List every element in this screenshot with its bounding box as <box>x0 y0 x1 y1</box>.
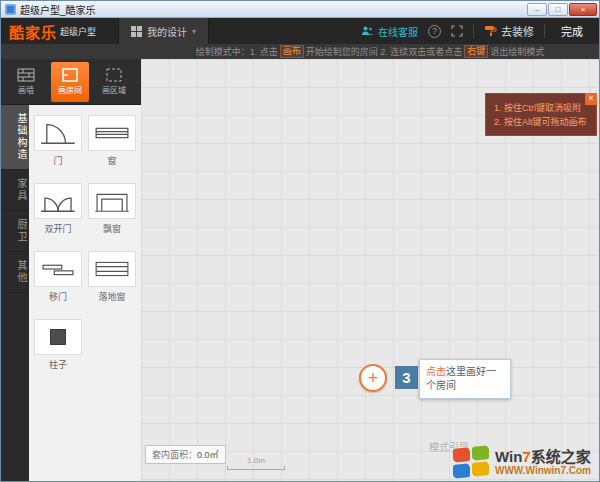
close-icon: × <box>581 5 586 14</box>
window-title: 超级户型_酷家乐 <box>20 2 96 17</box>
maximize-button[interactable]: □ <box>548 3 568 16</box>
item-label: 门 <box>53 154 62 167</box>
item-label: 窗 <box>107 154 116 167</box>
category-tab-basic[interactable]: 基础构造 <box>1 105 29 170</box>
left-sidebar: 画墙 画房间 画区域 基础构造 家具 厨卫 其他 <box>1 59 141 481</box>
watermark-title-prefix: Win <box>495 448 522 465</box>
hint-text: 退出绘制模式 <box>490 45 544 58</box>
header-divider <box>473 24 474 38</box>
bay-window-icon <box>88 183 136 219</box>
decorate-label: 去装修 <box>501 23 534 39</box>
draw-room-icon <box>62 68 78 82</box>
fullscreen-icon <box>451 25 463 37</box>
draw-room-button[interactable]: 画房间 <box>51 62 89 102</box>
hint-keyword-rightclick: 右键 <box>464 45 488 58</box>
item-label: 双开门 <box>44 222 71 235</box>
finish-label: 完成 <box>561 26 583 38</box>
draw-mode-hint-bar: 绘制模式中：1. 点击 画布 开始绘制您的房间 2. 连续双击或者点击 右键 退… <box>1 44 599 59</box>
door-icon <box>34 115 82 151</box>
scale-label: 1.0m <box>227 456 285 465</box>
draw-area-button[interactable]: 画区域 <box>95 62 133 102</box>
draw-area-label: 画区域 <box>102 84 126 95</box>
draw-start-point-button[interactable]: + <box>359 364 387 392</box>
minimize-button[interactable]: – <box>527 3 547 16</box>
hint-text: 开始绘制您的房间 2. 连续双击或者点击 <box>306 45 463 58</box>
help-icon: ? <box>432 26 437 36</box>
watermark-title-num: 7 <box>522 448 530 465</box>
people-icon <box>361 25 374 37</box>
grid-icon <box>131 26 142 37</box>
my-design-label: 我的设计 <box>147 24 187 39</box>
plus-icon: + <box>368 368 379 388</box>
area-value: 0.0㎡ <box>197 450 219 460</box>
sidebar-body: 基础构造 家具 厨卫 其他 门 窗 <box>1 105 141 481</box>
tip-line-1: 1. 按住Ctrl键取消吸附 <box>494 101 590 115</box>
list-item-door[interactable]: 门 <box>34 115 82 167</box>
window-icon <box>88 115 136 151</box>
category-tab-other[interactable]: 其他 <box>1 252 29 293</box>
watermark: Win7系统之家 WWW.Winwin7.Com <box>453 447 591 477</box>
item-label: 飘窗 <box>103 222 121 235</box>
scale-ruler: 1.0m <box>227 456 285 470</box>
caret-down-icon: ▾ <box>192 27 196 36</box>
guide-step-badge: 3 <box>395 366 418 389</box>
logo-text: 酷家乐 <box>9 21 57 42</box>
fullscreen-button[interactable] <box>451 25 463 37</box>
guide-tooltip: 点击这里画好一个房间 <box>419 359 511 399</box>
windows-logo-icon <box>453 445 489 479</box>
component-list: 门 窗 双开门 飘窗 <box>29 105 141 481</box>
window-controls: – □ × <box>527 3 597 16</box>
shortcut-tip-box: × 1. 按住Ctrl键取消吸附 2. 按住Alt键可拖动画布 <box>485 93 597 136</box>
guide-tooltip-highlight: 点击 <box>426 366 446 377</box>
maximize-icon: □ <box>556 5 561 14</box>
watermark-title: Win7系统之家 <box>495 448 591 465</box>
hint-text: 绘制模式中：1. 点击 <box>196 45 278 58</box>
area-label: 套内面积： <box>152 450 197 460</box>
tip-line-2: 2. 按住Alt键可拖动画布 <box>494 115 590 129</box>
app-header: 酷家乐 超级户型 我的设计 ▾ 在线客服 ? <box>1 18 599 44</box>
item-label: 柱子 <box>49 358 67 371</box>
draw-wall-label: 画墙 <box>18 84 34 95</box>
area-indicator: 套内面积：0.0㎡ <box>145 445 226 464</box>
online-service-label: 在线客服 <box>378 24 418 39</box>
online-service-button[interactable]: 在线客服 <box>361 24 418 39</box>
category-strip: 基础构造 家具 厨卫 其他 <box>1 105 29 481</box>
category-tab-kitchen-bath[interactable]: 厨卫 <box>1 211 29 252</box>
header-actions: 在线客服 ? 去装修 完成 <box>361 23 599 39</box>
finish-button[interactable]: 完成 <box>555 23 589 39</box>
list-item-double-door[interactable]: 双开门 <box>34 183 82 235</box>
item-label: 移门 <box>49 290 67 303</box>
draw-room-label: 画房间 <box>58 84 82 95</box>
scale-line <box>227 466 285 470</box>
tip-close-icon: × <box>588 93 593 103</box>
list-item-pillar[interactable]: 柱子 <box>34 319 82 371</box>
list-item-window[interactable]: 窗 <box>88 115 136 167</box>
sliding-door-icon <box>34 251 82 287</box>
list-item-floor-window[interactable]: 落地窗 <box>88 251 136 303</box>
logo-subtitle: 超级户型 <box>60 25 96 38</box>
drawing-canvas[interactable]: × 1. 按住Ctrl键取消吸附 2. 按住Alt键可拖动画布 + 3 点击这里… <box>141 59 599 481</box>
category-tab-furniture[interactable]: 家具 <box>1 170 29 211</box>
paint-roller-icon <box>484 25 497 37</box>
item-label: 落地窗 <box>98 290 125 303</box>
header-divider <box>544 24 545 38</box>
draw-wall-icon <box>17 68 35 82</box>
watermark-title-suffix: 系统之家 <box>531 448 591 465</box>
draw-area-icon <box>106 68 122 82</box>
list-item-sliding-door[interactable]: 移门 <box>34 251 82 303</box>
floor-window-icon <box>88 251 136 287</box>
draw-wall-button[interactable]: 画墙 <box>7 62 45 102</box>
draw-tool-row: 画墙 画房间 画区域 <box>1 59 141 105</box>
tip-close-button[interactable]: × <box>585 93 597 105</box>
list-item-bay-window[interactable]: 飘窗 <box>88 183 136 235</box>
watermark-url: WWW.Winwin7.Com <box>495 465 591 477</box>
help-button[interactable]: ? <box>428 25 441 38</box>
title-bar: 超级户型_酷家乐 – □ × <box>1 1 599 18</box>
app-icon <box>5 4 16 15</box>
pillar-icon <box>34 319 82 355</box>
my-design-menu[interactable]: 我的设计 ▾ <box>118 18 209 44</box>
hint-keyword-canvas: 画布 <box>280 45 304 58</box>
decorate-button[interactable]: 去装修 <box>484 23 534 39</box>
minimize-icon: – <box>535 5 539 14</box>
close-button[interactable]: × <box>569 3 597 16</box>
